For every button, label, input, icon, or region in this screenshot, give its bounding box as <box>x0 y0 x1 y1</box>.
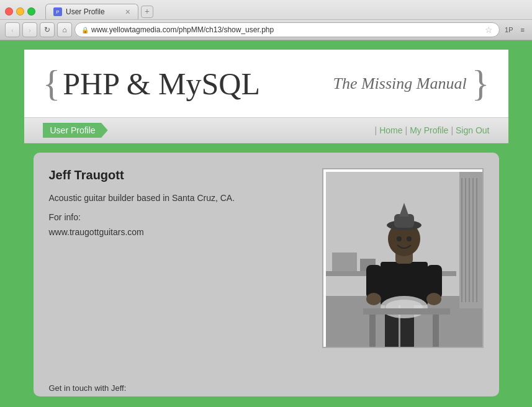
svg-point-27 <box>407 236 412 241</box>
browser-chrome: P User Profile × + ‹ › ↻ ⌂ 🔒 www.yellowt… <box>0 0 532 40</box>
profile-info: Jeff Traugott Acoustic guitar builder ba… <box>49 168 310 367</box>
url-text: www.yellowtagmedia.com/phpMM/ch13/show_u… <box>91 25 274 34</box>
svg-point-26 <box>397 236 402 241</box>
navigation-bar: ‹ › ↻ ⌂ 🔒 www.yellowtagmedia.com/phpMM/c… <box>0 19 532 40</box>
lock-icon: 🔒 <box>81 27 89 34</box>
url-bar[interactable]: 🔒 www.yellowtagmedia.com/phpMM/ch13/show… <box>74 22 500 37</box>
main-content: Jeff Traugott Acoustic guitar builder ba… <box>24 143 508 406</box>
profile-bio: Acoustic guitar builder based in Santa C… <box>49 192 310 205</box>
title-bar: P User Profile × + <box>0 0 532 19</box>
svg-rect-29 <box>369 315 376 347</box>
bookmark-icon[interactable]: ☆ <box>485 25 493 35</box>
title-area: { PHP & MySQL <box>43 62 261 105</box>
svg-rect-7 <box>472 178 474 302</box>
open-brace: { <box>43 62 61 105</box>
tab-title: User Profile <box>66 7 105 16</box>
svg-rect-10 <box>332 253 357 271</box>
back-button[interactable]: ‹ <box>5 22 20 37</box>
profile-card-footer: Get in touch with Jeff: <box>34 376 499 396</box>
tab-close-button[interactable]: × <box>125 7 130 17</box>
site-subtitle: The Missing Manual <box>333 74 466 93</box>
site-header: { PHP & MySQL The Missing Manual } <box>24 50 508 117</box>
get-in-touch-text: Get in touch with Jeff: <box>49 383 127 393</box>
svg-point-17 <box>366 293 381 305</box>
maximize-button[interactable] <box>27 7 35 16</box>
tab-favicon: P <box>53 7 62 16</box>
profile-name: Jeff Traugott <box>49 168 310 182</box>
svg-rect-8 <box>476 178 477 302</box>
site-container: { PHP & MySQL The Missing Manual } User … <box>24 50 508 406</box>
tab-bar: P User Profile × + <box>45 4 153 19</box>
page-background: { PHP & MySQL The Missing Manual } User … <box>0 40 532 406</box>
profile-card: Jeff Traugott Acoustic guitar builder ba… <box>34 153 499 382</box>
password-manager-button[interactable]: 1P <box>502 26 515 34</box>
page-nav: User Profile | Home | My Profile | Sign … <box>24 117 508 143</box>
svg-rect-3 <box>459 172 482 308</box>
profile-photo <box>326 172 482 347</box>
breadcrumb: User Profile <box>43 123 108 138</box>
forward-button[interactable]: › <box>22 22 37 37</box>
minimize-button[interactable] <box>16 7 24 16</box>
svg-point-18 <box>426 293 441 305</box>
nav-separator-1: | <box>375 125 377 135</box>
nav-links: | Home | My Profile | Sign Out <box>375 125 490 135</box>
svg-rect-6 <box>469 178 470 302</box>
home-link[interactable]: Home <box>379 125 402 135</box>
svg-rect-5 <box>465 178 466 302</box>
my-profile-link[interactable]: My Profile <box>410 125 448 135</box>
new-tab-button[interactable]: + <box>141 6 153 18</box>
profile-photo-frame <box>322 168 484 348</box>
sign-out-link[interactable]: Sign Out <box>456 125 489 135</box>
close-brace: } <box>472 62 490 105</box>
nav-separator-3: | <box>451 125 453 135</box>
home-button[interactable]: ⌂ <box>57 22 72 37</box>
refresh-button[interactable]: ↻ <box>40 22 55 37</box>
svg-rect-4 <box>461 178 462 302</box>
svg-rect-30 <box>433 315 439 347</box>
nav-separator-2: | <box>405 125 408 135</box>
menu-button[interactable]: ≡ <box>518 26 527 34</box>
profile-for-info-label: For info: <box>49 212 310 222</box>
profile-website[interactable]: www.traugottguitars.com <box>49 227 310 237</box>
svg-rect-28 <box>363 308 450 315</box>
active-tab[interactable]: P User Profile × <box>45 4 138 19</box>
site-title: PHP & MySQL <box>63 66 260 102</box>
close-button[interactable] <box>5 7 13 16</box>
traffic-lights <box>5 7 35 16</box>
subtitle-area: The Missing Manual } <box>333 62 489 105</box>
profile-photo-area <box>322 168 484 367</box>
